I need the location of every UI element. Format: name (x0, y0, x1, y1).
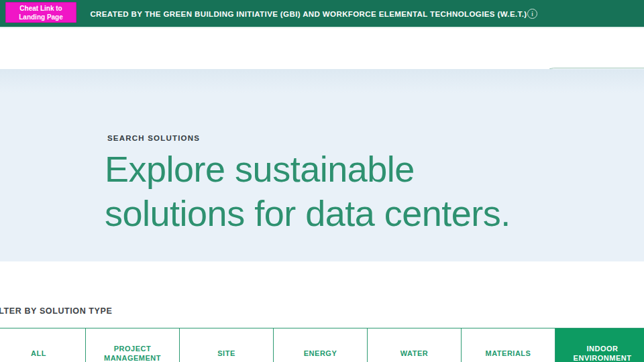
info-icon[interactable]: i (527, 9, 537, 19)
search-solutions-eyebrow: SEARCH SOLUTIONS (107, 134, 200, 142)
tab-energy[interactable]: ENERGY (274, 328, 368, 362)
tab-indoor-environment[interactable]: INDOOR ENVIRONMENT (555, 328, 644, 362)
credit-text: CREATED BY THE GREEN BUILDING INITIATIVE… (0, 0, 644, 28)
tab-site-label: SITE (217, 349, 235, 358)
cheat-link-button[interactable]: Cheat Link to Landing Page (5, 2, 76, 23)
tab-materials[interactable]: MATERIALS (462, 328, 555, 362)
cheat-link-line1: Cheat Link to (19, 5, 62, 12)
tab-indoor-environment-label: INDOOR ENVIRONMENT (561, 344, 644, 362)
page-title-line2: solutions for data centers. (105, 191, 511, 235)
credit-text-label: CREATED BY THE GREEN BUILDING INITIATIVE… (90, 10, 553, 18)
tab-project-management[interactable]: PROJECT MANAGEMENT (86, 328, 180, 362)
top-banner: CREATED BY THE GREEN BUILDING INITIATIVE… (0, 0, 644, 28)
tab-energy-label: ENERGY (304, 349, 337, 358)
tab-water[interactable]: WATER (368, 328, 462, 362)
tab-all[interactable]: ALL (0, 328, 86, 362)
tab-project-management-label: PROJECT MANAGEMENT (91, 344, 174, 362)
solution-type-tabbar: ALL PROJECT MANAGEMENT SITE ENERGY WATER… (0, 328, 644, 362)
tab-water-label: WATER (400, 349, 428, 358)
navbar: SUSTAINABLE DATA CENTER PLAYBOOK HOME GB… (0, 29, 644, 69)
tab-site[interactable]: SITE (180, 328, 274, 362)
filter-by-solution-type-label: FILTER BY SOLUTION TYPE (0, 306, 112, 316)
cheat-link-line2: Landing Page (19, 13, 63, 21)
page-title: Explore sustainable solutions for data c… (105, 147, 511, 235)
tab-materials-label: MATERIALS (486, 349, 531, 358)
page-title-line1: Explore sustainable (105, 147, 511, 191)
tab-all-label: ALL (31, 349, 46, 358)
page: CREATED BY THE GREEN BUILDING INITIATIVE… (0, 0, 644, 362)
